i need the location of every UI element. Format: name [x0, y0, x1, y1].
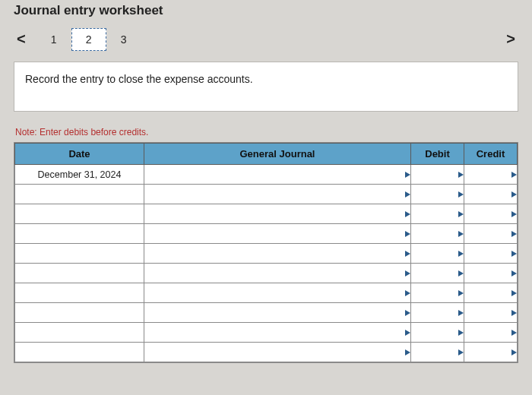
general-journal-cell[interactable] — [144, 204, 411, 224]
dropdown-icon[interactable] — [404, 165, 411, 184]
dropdown-icon[interactable] — [404, 244, 411, 263]
dropdown-icon[interactable] — [510, 283, 518, 302]
dropdown-icon[interactable] — [404, 204, 411, 223]
dropdown-icon[interactable] — [457, 224, 464, 243]
credit-cell[interactable] — [464, 283, 518, 303]
svg-marker-13 — [458, 251, 464, 257]
tab-3[interactable]: 3 — [106, 28, 141, 51]
general-journal-cell[interactable] — [144, 303, 411, 323]
date-cell[interactable] — [15, 264, 144, 283]
dropdown-icon[interactable] — [404, 185, 411, 204]
dropdown-icon[interactable] — [404, 224, 411, 243]
svg-marker-16 — [458, 270, 464, 276]
debit-cell[interactable] — [411, 165, 464, 185]
credit-cell[interactable] — [464, 224, 518, 244]
svg-marker-10 — [458, 231, 464, 237]
svg-marker-3 — [405, 191, 410, 198]
svg-marker-23 — [511, 310, 517, 316]
date-cell[interactable] — [15, 204, 144, 224]
table-row — [15, 303, 518, 323]
debit-cell[interactable] — [411, 323, 464, 343]
debit-cell[interactable] — [411, 204, 464, 224]
table-row — [15, 185, 518, 204]
dropdown-icon[interactable] — [404, 303, 411, 322]
debit-cell[interactable] — [411, 343, 464, 362]
general-journal-cell[interactable] — [144, 343, 411, 362]
debit-cell[interactable] — [411, 224, 464, 244]
svg-marker-15 — [405, 270, 410, 276]
tabs-left: < 1 2 3 — [14, 27, 141, 51]
date-cell[interactable] — [15, 244, 144, 264]
credit-cell[interactable] — [464, 185, 518, 204]
general-journal-cell[interactable] — [144, 224, 411, 244]
dropdown-icon[interactable] — [457, 244, 464, 263]
dropdown-icon[interactable] — [404, 343, 411, 362]
credit-cell[interactable] — [464, 204, 518, 224]
table-header-row: Date General Journal Debit Credit — [15, 144, 518, 165]
date-cell[interactable] — [15, 185, 144, 204]
table-row — [15, 204, 518, 224]
credit-cell[interactable] — [464, 264, 518, 283]
date-cell[interactable] — [15, 224, 144, 244]
date-cell[interactable] — [15, 343, 144, 362]
credit-cell[interactable] — [464, 165, 518, 185]
svg-marker-12 — [405, 251, 410, 257]
debit-cell[interactable] — [411, 283, 464, 303]
dropdown-icon[interactable] — [457, 165, 464, 184]
debit-cell[interactable] — [411, 244, 464, 264]
dropdown-icon[interactable] — [510, 165, 518, 184]
dropdown-icon[interactable] — [510, 224, 518, 243]
dropdown-icon[interactable] — [457, 303, 464, 322]
svg-marker-25 — [458, 330, 464, 336]
general-journal-cell[interactable] — [144, 185, 411, 204]
svg-marker-27 — [405, 349, 410, 356]
dropdown-icon[interactable] — [510, 303, 518, 322]
general-journal-cell[interactable] — [144, 165, 411, 185]
tab-1[interactable]: 1 — [36, 28, 71, 51]
general-journal-cell[interactable] — [144, 264, 411, 283]
journal-table-wrap: Date General Journal Debit Credit Decemb… — [14, 142, 518, 363]
dropdown-icon[interactable] — [404, 283, 411, 302]
dropdown-icon[interactable] — [457, 343, 464, 362]
date-cell[interactable] — [15, 323, 144, 343]
general-journal-cell[interactable] — [144, 244, 411, 264]
svg-marker-24 — [405, 330, 410, 336]
debit-cell[interactable] — [411, 303, 464, 323]
col-header-credit: Credit — [464, 144, 518, 165]
prev-chevron-icon[interactable]: < — [14, 27, 36, 51]
svg-marker-20 — [511, 290, 517, 296]
col-header-date: Date — [15, 144, 144, 165]
table-row — [15, 323, 518, 343]
credit-cell[interactable] — [464, 343, 518, 362]
svg-marker-14 — [511, 251, 517, 257]
dropdown-icon[interactable] — [404, 264, 411, 283]
dropdown-icon[interactable] — [457, 264, 464, 283]
credit-cell[interactable] — [464, 323, 518, 343]
dropdown-icon[interactable] — [457, 204, 464, 223]
credit-cell[interactable] — [464, 303, 518, 323]
svg-marker-28 — [458, 349, 464, 356]
svg-marker-18 — [405, 290, 410, 296]
dropdown-icon[interactable] — [510, 185, 518, 204]
tab-2[interactable]: 2 — [71, 28, 106, 51]
general-journal-cell[interactable] — [144, 323, 411, 343]
svg-marker-4 — [458, 191, 464, 198]
dropdown-icon[interactable] — [457, 185, 464, 204]
credit-cell[interactable] — [464, 244, 518, 264]
dropdown-icon[interactable] — [510, 323, 518, 342]
date-cell[interactable] — [15, 303, 144, 323]
dropdown-icon[interactable] — [510, 204, 518, 223]
dropdown-icon[interactable] — [510, 264, 518, 283]
dropdown-icon[interactable] — [457, 323, 464, 342]
general-journal-cell[interactable] — [144, 283, 411, 303]
table-row: December 31, 2024 — [15, 165, 518, 185]
dropdown-icon[interactable] — [457, 283, 464, 302]
debit-cell[interactable] — [411, 185, 464, 204]
dropdown-icon[interactable] — [404, 323, 411, 342]
next-chevron-icon[interactable]: > — [496, 27, 518, 51]
dropdown-icon[interactable] — [510, 343, 518, 362]
dropdown-icon[interactable] — [510, 244, 518, 263]
debit-cell[interactable] — [411, 264, 464, 283]
date-cell[interactable] — [15, 283, 144, 303]
date-cell[interactable]: December 31, 2024 — [15, 165, 144, 185]
